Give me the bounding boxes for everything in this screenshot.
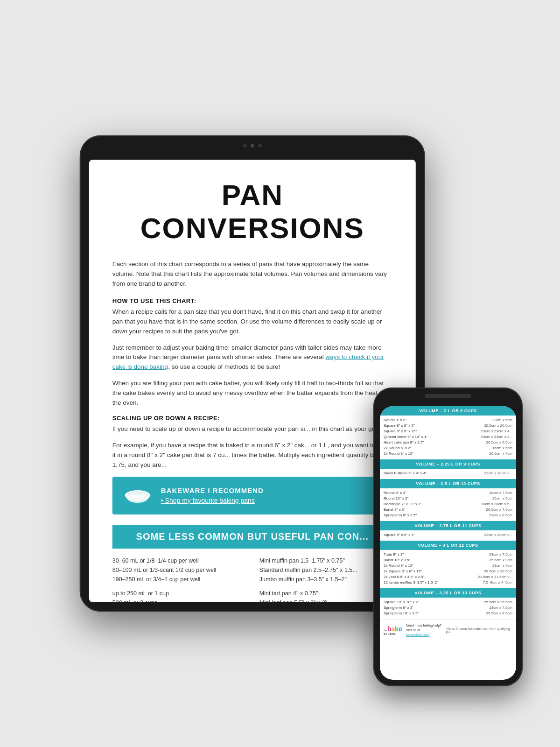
phone-content: VOLUME – 2 L or 8 CUPS Round 9" x 2"23cm… [380, 406, 516, 680]
how-to-body1: When a recipe calls for a pan size that … [112, 307, 392, 337]
bakeware-text: BAKEWARE I RECOMMEND Shop my favourite b… [161, 486, 264, 505]
phone-row: Round 8" x 3"20cm x 7.5cm [384, 490, 512, 496]
phone-row: Springform 9" x 3"23cm x 7.5cm [384, 605, 512, 611]
phone-row: Bundt 8" x 3"20.5cm x 7.5cm [384, 507, 512, 513]
doc-title: PAN CONVERSIONS [112, 178, 392, 245]
phone-row: Bundt 10" x 3.5"25.5cm x 9cm [384, 557, 512, 563]
pan-col-left: 30–60 mL or 1/8–1/4 cup per well 80–100 … [112, 556, 245, 602]
phone-row: Quarter sheet 9" x 13" x 1"23cm x 33cm x… [384, 434, 512, 440]
phone-footer: the bake SCHOOL Need more baking help? V… [380, 619, 516, 641]
phone-row: Round 10" x 2"25cm x 5cm [384, 496, 512, 501]
pan-item-r3: Mini tart pan 4" x 0.75" [259, 589, 392, 598]
pan-item-r4: Mini loaf pan 5.5" x 3" x 2" [259, 598, 392, 602]
phone-rows-5: Square 10" x 10" x 2"25.5cm x 25.5cm Spr… [380, 599, 516, 616]
phone: VOLUME – 2 L or 8 CUPS Round 9" x 2"23cm… [373, 388, 523, 686]
how-to-title: HOW TO USE THIS CHART: [112, 297, 392, 304]
bakeware-link[interactable]: Shop my favourite baking pans [161, 497, 255, 504]
scaling-title: SCALING UP OR DOWN A RECIPE: [112, 415, 392, 422]
phone-rows-2: Round 8" x 3"20cm x 7.5cm Round 10" x 2"… [380, 490, 516, 518]
phone-row: 2x Loaf 8.5" x 4.5" x 2.5"21.5cm x 11.5c… [384, 574, 512, 580]
pan-item-r1: Standard muffin pan 2.5–2.75" x 1.5... [259, 565, 392, 575]
bakeware-heading: BAKEWARE I RECOMMEND [161, 486, 264, 494]
phone-rows-1: Small Pullman 9" x 4" x 4"23cm x 10cm x.… [380, 471, 516, 476]
pan-item-r0: Mini muffin pan 1.5–1.75" x 0.75" [259, 556, 392, 565]
pan-table: 30–60 mL or 1/8–1/4 cup per well 80–100 … [112, 556, 392, 602]
phone-footer-need-help: Need more baking help? [406, 624, 441, 627]
phone-rows-0: Round 9" x 2"23cm x 5cm Square 8" x 8" x… [380, 417, 516, 457]
pan-item-4: 500 mL or 2 cups [112, 598, 245, 602]
pan-col-right: Mini muffin pan 1.5–1.75" x 0.75" Standa… [259, 556, 392, 602]
phone-row: Square 9" x 9" x 15"23cm x 23cm x 4... [384, 429, 512, 434]
phone-footer-amazon: *As an Amazon Associate I earn from qual… [446, 627, 512, 634]
phone-logo-the: the [384, 629, 387, 632]
some-less-box: SOME LESS COMMON BUT USEFUL PAN CON... [112, 525, 392, 549]
phone-row: Tube 8" x 3"23cm x 7.5cm [384, 552, 512, 557]
phone-row: 2x Square 8" x 8" x 15"20.5cm x 20.5cm [384, 569, 512, 574]
phone-footer-logo: the bake SCHOOL [384, 625, 402, 635]
phone-rows-3: Square 9" x 9" x 2"23cm x 23cm x... [380, 532, 516, 538]
phone-section-1: VOLUME – 2.25 L or 9 CUPS [380, 459, 516, 469]
phone-section-3: VOLUME – 2.75 L or 11 CUPS [380, 521, 516, 530]
pan-item-3: up to 250 mL or 1 cup [112, 589, 245, 598]
phone-row: Square 9" x 9" x 2"23cm x 23cm x... [384, 532, 512, 538]
phone-screen: VOLUME – 2 L or 8 CUPS Round 9" x 2"23cm… [380, 406, 516, 680]
tablet-content: PAN CONVERSIONS Each section of this cha… [89, 160, 416, 602]
phone-section-4: VOLUME – 3 L or 12 CUPS [380, 541, 516, 550]
tablet-dot-1 [243, 144, 247, 148]
scaling-body1: If you need to scale up or down a recipe… [112, 424, 392, 434]
phone-section-0: VOLUME – 2 L or 8 CUPS [380, 406, 516, 416]
phone-logo-school: SCHOOL [384, 633, 396, 635]
phone-row: Square 10" x 10" x 2"25.5cm x 25.5cm [384, 599, 512, 605]
phone-logo-bake: bake [387, 625, 402, 633]
pan-item-0: 30–60 mL or 1/8–1/4 cup per well [112, 556, 245, 565]
phone-section-5: VOLUME – 3.25 L or 13 CUPS [380, 588, 516, 598]
tablet-screen: PAN CONVERSIONS Each section of this cha… [89, 160, 416, 602]
phone-row: 12 jumbo muffins 3–3.5" x 1.5–2"7.5–8cm … [384, 580, 512, 585]
phone-section-2: VOLUME – 2.5 L or 10 CUPS [380, 479, 516, 488]
bakeware-box: BAKEWARE I RECOMMEND Shop my favourite b… [112, 477, 392, 514]
phone-row: Square 8" x 8" x 2"20.5cm x 20.5cm [384, 423, 512, 429]
phone-row: 2x Round 9" x 15"23cm x 4cm [384, 563, 512, 569]
phone-rows-4: Tube 8" x 3"23cm x 7.5cm Bundt 10" x 3.5… [380, 552, 516, 585]
phone-row: Round 9" x 2"23cm x 5cm [384, 417, 512, 423]
tablet-dot-2 [251, 144, 254, 148]
how-to-body3: When you are filling your pan with cake … [112, 379, 392, 408]
phone-notch [425, 394, 471, 398]
doc-intro: Each section of this chart corresponds t… [112, 260, 392, 289]
how-to-suffix: , so use a couple of methods to be sure! [168, 363, 280, 370]
phone-row: 2x Round 6" x 2"15cm x 5cm [384, 445, 512, 451]
phone-row: Small Pullman 9" x 4" x 4"23cm x 10cm x.… [384, 471, 512, 476]
tablet-dot-3 [258, 144, 262, 148]
pan-item-1: 80–100 mL or 1/3-scant 1/2 cup per well [112, 565, 245, 575]
phone-row: 2x Round 8" x 15"20.5cm x 4cm [384, 451, 512, 457]
phone-row: Springform 8" x 2.5"23cm x 6.5cm [384, 513, 512, 518]
phone-row: Heart cake pan 8" x 2.5"20.5cm x 6.5cm [384, 440, 512, 445]
pan-item-r2: Jumbo muffin pan 3–3.5" x 1.5–2" [259, 575, 392, 584]
how-to-body2: Just remember to adjust your baking time… [112, 343, 392, 373]
phone-footer-link[interactable]: bakeschool.com [406, 633, 430, 636]
bakeware-icon [124, 485, 152, 506]
phone-row: Rectangle 7" x 11" x 2"18cm x 28cm x 5..… [384, 501, 512, 507]
phone-row: Springform 10" x 2.5"25.5cm x 6.5cm [384, 611, 512, 616]
tablet-camera-bar [243, 144, 262, 148]
scene: PAN CONVERSIONS Each section of this cha… [23, 23, 537, 724]
phone-footer-text: Need more baking help? Visit us at bakes… [406, 623, 442, 637]
scaling-body2: For example, if you have a recipe that i… [112, 441, 392, 470]
phone-footer-visit: Visit us at [406, 628, 420, 632]
pan-item-2: 190–250 mL or 3/4–1 cup per well [112, 575, 245, 584]
